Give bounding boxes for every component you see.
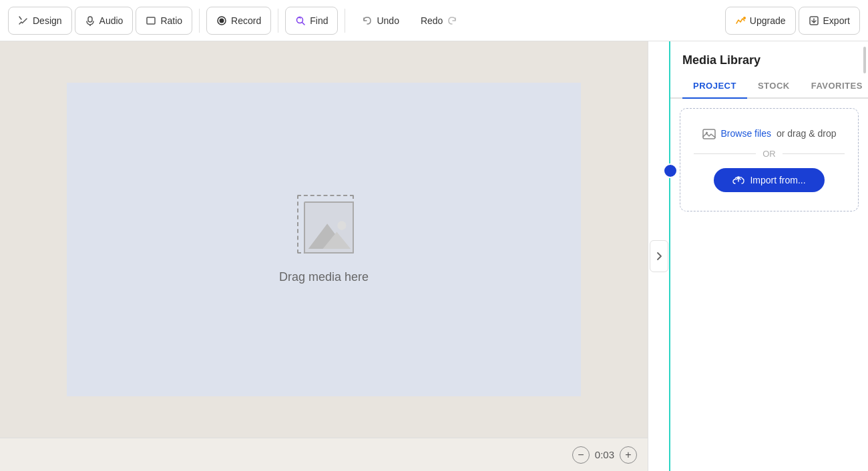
upgrade-label: Upgrade [750, 15, 786, 26]
browse-link[interactable]: Browse files [721, 128, 771, 139]
drag-label: Drag media here [279, 270, 369, 284]
canvas-content[interactable]: Drag media here [67, 83, 581, 396]
browse-after-text: or drag & drop [777, 128, 837, 139]
tab-project[interactable]: PROJECT [682, 75, 747, 99]
find-button[interactable]: Find [285, 7, 338, 35]
undo-label: Undo [377, 15, 399, 26]
or-divider: OR [694, 149, 845, 159]
toolbar: Design Audio Ratio Record Find [0, 0, 868, 41]
design-label: Design [33, 15, 62, 26]
svg-point-4 [220, 18, 224, 23]
ratio-button[interactable]: Ratio [136, 7, 192, 35]
upgrade-button[interactable]: Upgrade [725, 7, 796, 35]
record-icon [216, 15, 227, 26]
canvas-area: Drag media here − 0:03 + [0, 41, 648, 471]
undo-redo-group: Undo Redo [352, 7, 467, 35]
browse-line: Browse files or drag & drop [702, 127, 837, 139]
audio-icon [85, 15, 95, 26]
media-placeholder: Drag media here [279, 195, 369, 284]
import-button[interactable]: Import from... [714, 168, 824, 192]
media-library: Media Library PROJECT STOCK FAVORITES Br… [669, 41, 868, 471]
media-icon [290, 195, 357, 258]
find-label: Find [310, 15, 328, 26]
mountain-icon [305, 214, 353, 252]
svg-rect-2 [147, 17, 155, 24]
design-icon [18, 15, 29, 26]
upgrade-icon [735, 15, 746, 26]
search-icon [295, 15, 306, 26]
timeline-bar: − 0:03 + [0, 438, 648, 471]
toolbar-divider-1 [199, 9, 200, 33]
solid-image-box [304, 201, 354, 254]
toolbar-divider-3 [345, 9, 345, 33]
redo-button[interactable]: Redo [411, 7, 467, 35]
tab-favorites[interactable]: FAVORITES [801, 75, 868, 99]
or-line-right [783, 153, 845, 154]
audio-button[interactable]: Audio [75, 7, 134, 35]
ratio-icon [146, 15, 156, 26]
scroll-thumb[interactable] [863, 47, 866, 73]
cloud-upload-icon [732, 175, 744, 185]
export-label: Export [823, 15, 850, 26]
design-button[interactable]: Design [8, 7, 72, 35]
canvas-inner: Drag media here [0, 41, 648, 438]
time-decrease-button[interactable]: − [572, 446, 590, 464]
or-line-left [694, 153, 756, 154]
toolbar-divider-2 [278, 9, 278, 33]
media-library-title: Media Library [670, 41, 868, 67]
undo-icon [362, 15, 373, 26]
svg-point-11 [337, 221, 346, 230]
export-button[interactable]: Export [799, 7, 860, 35]
redo-label: Redo [421, 15, 443, 26]
media-tabs: PROJECT STOCK FAVORITES [670, 75, 868, 99]
or-label: OR [763, 149, 776, 159]
ratio-label: Ratio [160, 15, 182, 26]
audio-label: Audio [99, 15, 124, 26]
time-display: − 0:03 + [572, 446, 637, 464]
svg-point-7 [743, 17, 746, 19]
record-label: Record [231, 15, 261, 26]
image-upload-icon [702, 127, 716, 139]
time-value: 0:03 [595, 449, 614, 460]
svg-rect-12 [703, 129, 715, 139]
redo-icon [447, 15, 457, 26]
main-area: Drag media here − 0:03 + Media Library P… [0, 41, 868, 471]
import-label: Import from... [750, 175, 805, 185]
undo-button[interactable]: Undo [352, 7, 409, 35]
svg-line-6 [302, 22, 305, 25]
media-body: Browse files or drag & drop OR Import fr… [670, 99, 868, 471]
svg-rect-0 [88, 17, 92, 22]
blue-dot-marker [663, 163, 678, 178]
tab-stock[interactable]: STOCK [747, 75, 801, 99]
chevron-right-icon [656, 252, 662, 261]
upload-zone[interactable]: Browse files or drag & drop OR Import fr… [680, 108, 859, 211]
export-icon [809, 15, 819, 26]
record-button[interactable]: Record [206, 7, 271, 35]
collapse-panel[interactable] [648, 41, 669, 471]
time-increase-button[interactable]: + [620, 446, 637, 464]
canvas-workspace: Drag media here [47, 46, 601, 433]
collapse-button[interactable] [650, 240, 668, 272]
scrollbar[interactable] [861, 41, 868, 471]
